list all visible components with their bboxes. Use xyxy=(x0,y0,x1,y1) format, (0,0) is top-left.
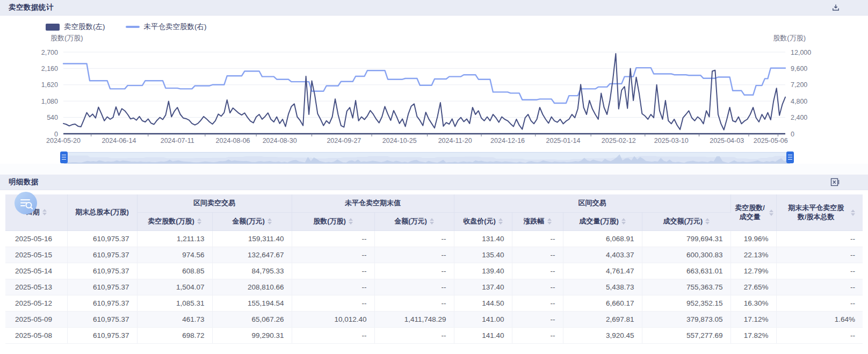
cell-change_pct: -- xyxy=(512,312,563,328)
svg-text:2025-02-12: 2025-02-12 xyxy=(602,137,636,145)
cell-change_pct: -- xyxy=(512,231,563,247)
sort-icon[interactable] xyxy=(197,218,201,225)
export-table-icon[interactable] xyxy=(830,178,840,186)
cell-short_amount: 208,810.66 xyxy=(212,279,292,295)
cell-open_amount: -- xyxy=(374,231,454,247)
col-header-turnover[interactable]: 成交额(万元) xyxy=(642,213,730,231)
cell-short_to_volume: 19.96% xyxy=(730,231,776,247)
legend-item-short-shares[interactable]: 卖空股数(左) xyxy=(46,22,105,32)
short-selling-stats-card: 卖空数据统计 卖空股数(左) 未平仓卖空股数(右) 2,7002,1601,62… xyxy=(0,0,868,164)
cell-turnover: 557,277.69 xyxy=(642,328,730,344)
col-header-volume[interactable]: 成交量(万股) xyxy=(563,213,642,231)
svg-text:2024-10-25: 2024-10-25 xyxy=(382,137,417,145)
cell-open_amount: -- xyxy=(374,279,454,295)
svg-text:2025-04-03: 2025-04-03 xyxy=(710,137,744,145)
cell-short_to_volume: 17.82% xyxy=(730,328,776,344)
sort-icon[interactable] xyxy=(498,218,503,225)
svg-text:540: 540 xyxy=(47,114,58,121)
table-row: 2025-05-14610,975.37608.8584,795.33----1… xyxy=(5,263,863,279)
cell-turnover: 952,352.15 xyxy=(642,295,730,312)
cell-open_to_capital: 1.64% xyxy=(776,312,863,328)
cell-volume: 5,438.73 xyxy=(563,279,642,295)
cell-close_price: 141.40 xyxy=(454,328,512,344)
cell-short_amount: 132,647.67 xyxy=(212,247,292,263)
chart-canvas: 2,7002,1601,6201,080540012,0009,6007,200… xyxy=(0,32,868,146)
svg-text:2024-08-06: 2024-08-06 xyxy=(216,137,250,145)
sort-icon[interactable] xyxy=(547,218,552,225)
cell-close_price: 141.00 xyxy=(454,312,512,328)
datazoom-left-handle-icon[interactable] xyxy=(60,151,68,163)
cell-open_shares: -- xyxy=(292,328,374,344)
svg-text:2025-03-10: 2025-03-10 xyxy=(654,137,689,145)
sort-icon[interactable] xyxy=(769,209,773,216)
left-axis-name: 股数(万股) xyxy=(50,34,83,42)
table-row: 2025-05-16610,975.371,211.13159,311.40--… xyxy=(5,231,863,247)
cell-short_shares: 1,085.31 xyxy=(137,295,212,312)
table-row: 2025-05-13610,975.371,504.07208,810.66--… xyxy=(5,279,863,295)
cell-turnover: 600,300.83 xyxy=(642,247,730,263)
svg-text:2024-06-14: 2024-06-14 xyxy=(102,137,136,145)
legend-line-marker xyxy=(126,26,140,28)
cell-change_pct: -- xyxy=(512,279,563,295)
datazoom-slider[interactable] xyxy=(63,152,791,164)
cell-total_share_capital: 610,975.37 xyxy=(67,295,137,312)
cell-total_share_capital: 610,975.37 xyxy=(67,247,137,263)
cell-date: 2025-05-08 xyxy=(5,328,67,344)
group-header-interval-trade: 区间交易 xyxy=(454,194,730,213)
table-row: 2025-05-12610,975.371,085.31155,194.54--… xyxy=(5,295,863,312)
sort-icon[interactable] xyxy=(42,209,47,215)
legend-rect-marker xyxy=(46,24,60,31)
col-header-open-amount[interactable]: 金额(万元) xyxy=(374,213,454,231)
col-header-short-amount[interactable]: 金额(万元) xyxy=(212,213,292,231)
legend-label: 未平仓卖空股数(右) xyxy=(144,22,207,32)
table-row: 2025-05-08610,975.37698.7299,290.31----1… xyxy=(5,328,863,344)
cell-change_pct: -- xyxy=(512,263,563,279)
cell-short_shares: 1,211.13 xyxy=(137,231,212,247)
svg-text:9,600: 9,600 xyxy=(791,65,807,73)
svg-text:2025-01-14: 2025-01-14 xyxy=(546,137,580,145)
cell-short_to_volume: 22.13% xyxy=(730,247,776,263)
cell-open_shares: 10,012.40 xyxy=(292,312,374,328)
sort-icon[interactable] xyxy=(621,218,626,225)
cell-turnover: 663,631.01 xyxy=(642,263,730,279)
cell-short_shares: 1,504.07 xyxy=(137,279,212,295)
svg-text:2024-05-20: 2024-05-20 xyxy=(46,137,81,145)
table-header: 日期 期末总股本(万股) 区间卖空交易 未平仓卖空期末值 区间交易 卖空股数/成… xyxy=(5,194,863,231)
sort-icon[interactable] xyxy=(267,218,272,225)
cell-change_pct: -- xyxy=(512,295,563,312)
col-header-close-price[interactable]: 收盘价(元) xyxy=(454,213,512,231)
col-header-open-to-capital[interactable]: 期末未平仓卖空股数/股本总数 xyxy=(776,194,863,231)
sort-icon[interactable] xyxy=(349,218,353,225)
col-header-total-share-capital[interactable]: 期末总股本(万股) xyxy=(67,194,137,231)
cell-short_to_volume: 17.12% xyxy=(730,312,776,328)
sort-icon[interactable] xyxy=(851,209,855,216)
cell-turnover: 379,873.05 xyxy=(642,312,730,328)
col-header-short-shares[interactable]: 卖空股数(万股) xyxy=(137,213,212,231)
svg-text:4,800: 4,800 xyxy=(791,98,807,105)
cell-short_amount: 155,194.54 xyxy=(212,295,292,312)
cell-total_share_capital: 610,975.37 xyxy=(67,328,137,344)
col-header-short-to-volume[interactable]: 卖空股数/成交量 xyxy=(730,194,776,231)
cell-close_price: 135.40 xyxy=(454,247,512,263)
legend-item-open-short-shares[interactable]: 未平仓卖空股数(右) xyxy=(126,22,207,32)
datazoom-right-handle-icon[interactable] xyxy=(786,151,794,163)
sort-icon[interactable] xyxy=(430,218,434,225)
cell-close_price: 131.40 xyxy=(454,231,512,247)
group-header-short-trade: 区间卖空交易 xyxy=(137,194,292,213)
cell-open_to_capital: -- xyxy=(776,247,863,263)
svg-text:2024-09-27: 2024-09-27 xyxy=(327,137,361,145)
cell-date: 2025-05-13 xyxy=(5,279,67,295)
col-header-change-pct[interactable]: 涨跌幅 xyxy=(512,213,563,231)
cell-open_amount: -- xyxy=(374,295,454,312)
chart-card-title: 卖空数据统计 xyxy=(9,3,54,12)
cell-date: 2025-05-09 xyxy=(5,312,67,328)
cell-open_shares: -- xyxy=(292,263,374,279)
col-header-open-shares[interactable]: 股数(万股) xyxy=(292,213,374,231)
table-filter-icon[interactable] xyxy=(14,191,38,215)
download-icon[interactable] xyxy=(831,3,840,12)
sort-icon[interactable] xyxy=(705,218,710,225)
cell-change_pct: -- xyxy=(512,247,563,263)
cell-total_share_capital: 610,975.37 xyxy=(67,231,137,247)
svg-text:2,160: 2,160 xyxy=(41,65,58,73)
cell-close_price: 137.40 xyxy=(454,279,512,295)
